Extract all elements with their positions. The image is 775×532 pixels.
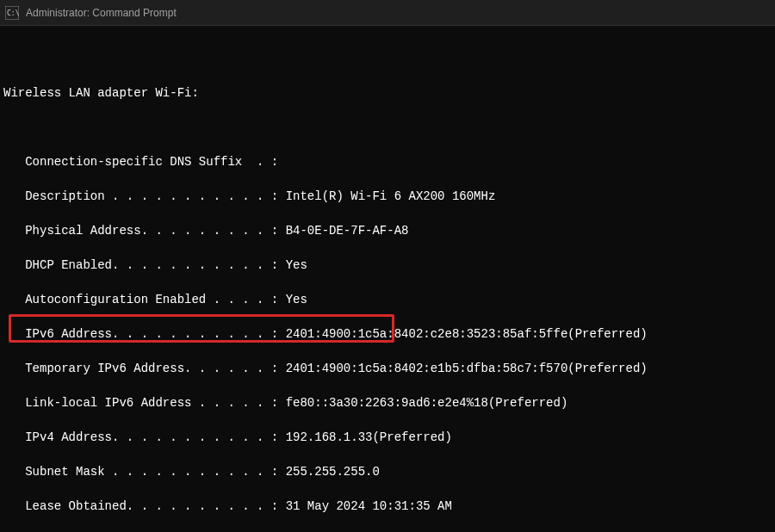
row-lease-obtained: Lease Obtained. . . . . . . . . . : 31 M… bbox=[3, 498, 772, 515]
row-physical: Physical Address. . . . . . . . . : B4-0… bbox=[3, 222, 772, 239]
row-dns-suffix: Connection-specific DNS Suffix . : bbox=[3, 153, 772, 170]
row-ipv4: IPv4 Address. . . . . . . . . . . : 192.… bbox=[3, 429, 772, 446]
row-autoconfig: Autoconfiguration Enabled . . . . : Yes bbox=[3, 291, 772, 308]
cmd-icon: C:\ bbox=[5, 6, 19, 20]
row-subnet: Subnet Mask . . . . . . . . . . . : 255.… bbox=[3, 463, 772, 480]
titlebar-text: Administrator: Command Prompt bbox=[26, 7, 177, 19]
row-temp-ipv6: Temporary IPv6 Address. . . . . . : 2401… bbox=[3, 360, 772, 377]
row-dhcp-enabled: DHCP Enabled. . . . . . . . . . . : Yes bbox=[3, 257, 772, 274]
row-link-local: Link-local IPv6 Address . . . . . : fe80… bbox=[3, 394, 772, 411]
titlebar[interactable]: C:\ Administrator: Command Prompt bbox=[0, 0, 775, 26]
svg-text:C:\: C:\ bbox=[7, 9, 19, 17]
adapter-header: Wireless LAN adapter Wi-Fi: bbox=[3, 84, 772, 102]
terminal-area[interactable]: Wireless LAN adapter Wi-Fi: Connection-s… bbox=[0, 26, 775, 532]
row-ipv6: IPv6 Address. . . . . . . . . . . : 2401… bbox=[3, 325, 772, 343]
row-description: Description . . . . . . . . . . . : Inte… bbox=[3, 188, 772, 205]
